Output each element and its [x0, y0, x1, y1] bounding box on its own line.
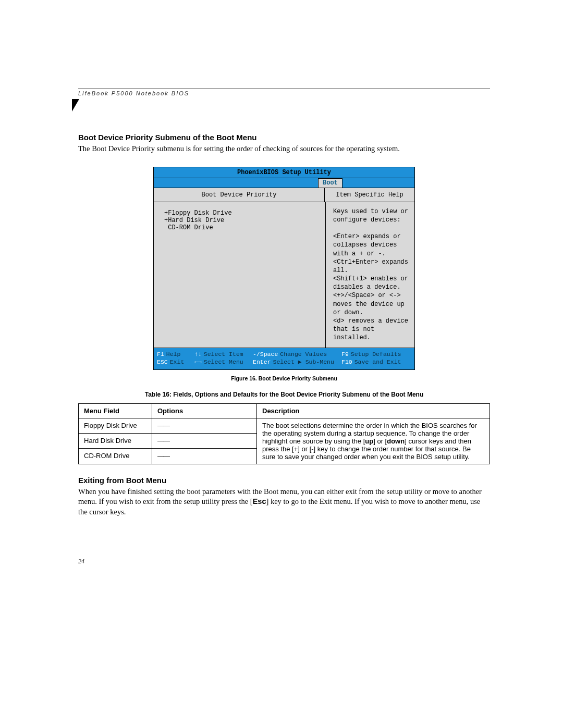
th-menu-field: Menu Field [79, 403, 152, 418]
bios-key-leftright-label: Select Menu [204, 359, 243, 365]
bios-key-f9: F9 [341, 351, 349, 357]
bios-key-enter-label: Select ▶ Sub-Menu [273, 359, 334, 365]
bios-device-list: +Floppy Disk Drive +Hard Disk Drive CD-R… [154, 202, 326, 348]
bios-left-header: Boot Device Priority [154, 188, 325, 202]
cell-field: CD-ROM Drive [79, 449, 152, 464]
bios-key-f1-label: Help [166, 351, 181, 357]
table-header-row: Menu Field Options Description [79, 403, 490, 418]
exit-paragraph: When you have finished setting the boot … [78, 487, 490, 517]
cell-field: Hard Disk Drive [79, 433, 152, 448]
bios-title: PhoenixBIOS Setup Utility [154, 167, 414, 178]
table-caption: Table 16: Fields, Options and Defaults f… [78, 391, 490, 398]
bios-right-header: Item Specific Help [325, 188, 414, 202]
bios-key-space-label: Change Values [280, 351, 327, 357]
bios-key-enter: Enter [253, 359, 271, 365]
options-table: Menu Field Options Description Floppy Di… [78, 403, 490, 464]
bios-help-text: Keys used to view or configure devices: … [326, 202, 414, 348]
running-head: LifeBook P5000 Notebook BIOS [78, 89, 490, 96]
bios-key-esc-label: Exit [170, 359, 185, 365]
bios-body: +Floppy Disk Drive +Hard Disk Drive CD-R… [154, 202, 414, 348]
bios-key-f1: F1 [157, 351, 164, 357]
bios-menubar: Boot [154, 178, 414, 188]
figure-caption: Figure 16. Boot Device Priority Submenu [78, 375, 490, 381]
bios-key-updown: ↑↓ [194, 351, 202, 357]
bios-active-tab: Boot [318, 178, 342, 188]
bios-key-leftright: ←→ [194, 359, 202, 365]
cell-description: The boot selections determine the order … [257, 418, 490, 464]
bios-key-updown-label: Select Item [204, 351, 243, 357]
bios-device-0: +Floppy Disk Drive [164, 209, 232, 217]
cell-options: —— [152, 433, 257, 448]
section-heading: Boot Device Priority Submenu of the Boot… [78, 133, 490, 142]
bios-screenshot: PhoenixBIOS Setup Utility Boot Boot Devi… [153, 167, 415, 370]
table-row: Floppy Disk Drive —— The boot selections… [79, 418, 490, 433]
bios-footer: F1Help ↑↓Select Item -/SpaceChange Value… [154, 348, 414, 369]
bios-device-1: +Hard Disk Drive [164, 217, 224, 224]
bios-key-f10: F10 [341, 359, 352, 365]
intro-paragraph: The Boot Device Priority submenu is for … [78, 144, 490, 154]
cell-options: —— [152, 449, 257, 464]
page-number: 24 [78, 558, 84, 565]
th-options: Options [152, 403, 257, 418]
page-content: LifeBook P5000 Notebook BIOS Boot Device… [78, 89, 490, 524]
cell-field: Floppy Disk Drive [79, 418, 152, 433]
cell-options: —— [152, 418, 257, 433]
bios-device-2: CD-ROM Drive [164, 224, 213, 231]
th-description: Description [257, 403, 490, 418]
bios-key-space: -/Space [253, 351, 278, 357]
bios-subheader: Boot Device Priority Item Specific Help [154, 188, 414, 202]
bios-key-f9-label: Setup Defaults [351, 351, 401, 357]
bios-key-f10-label: Save and Exit [354, 359, 401, 365]
bios-key-esc: ESC [157, 359, 168, 365]
section-heading: Exiting from Boot Menu [78, 476, 490, 485]
